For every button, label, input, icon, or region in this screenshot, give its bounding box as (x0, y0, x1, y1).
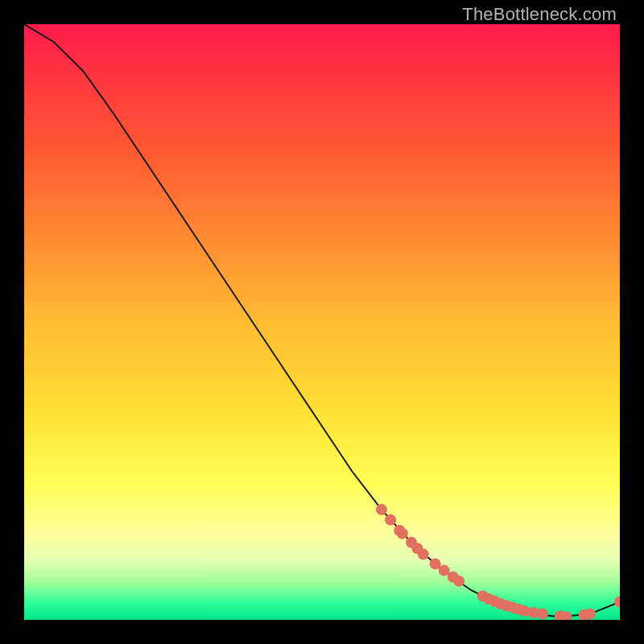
curve-line (24, 24, 620, 617)
marker-point (584, 609, 596, 620)
marker-point (376, 504, 387, 515)
attribution-text: TheBottleneck.com (462, 4, 617, 25)
marker-point (418, 549, 429, 560)
chart-container: TheBottleneck.com (0, 0, 644, 644)
plot-area (24, 24, 620, 620)
marker-point (614, 597, 620, 608)
marker-group (376, 504, 620, 620)
marker-point (385, 514, 396, 526)
marker-point (453, 576, 464, 587)
marker-point (537, 609, 548, 620)
chart-svg (24, 24, 620, 620)
marker-point (397, 528, 408, 539)
